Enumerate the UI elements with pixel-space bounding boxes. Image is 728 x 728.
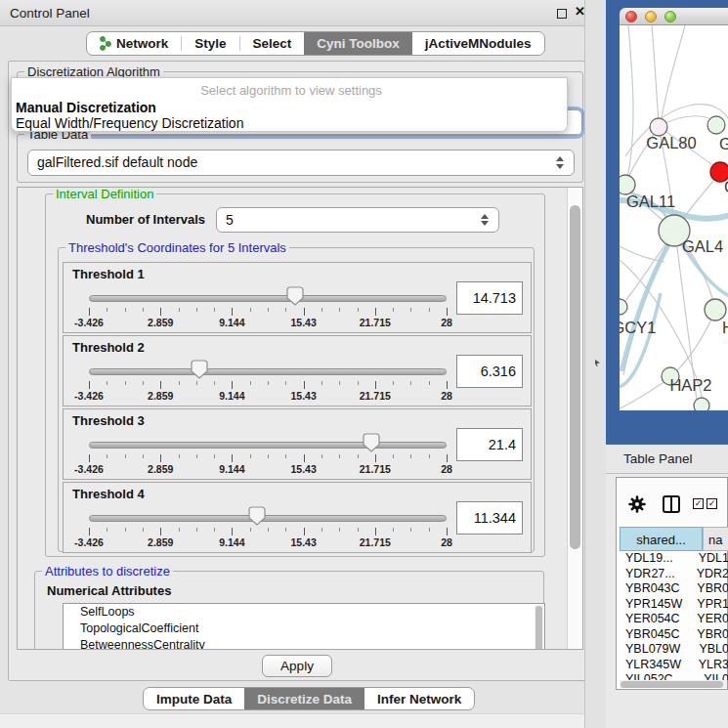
slider-tick bbox=[321, 454, 322, 458]
control-panel-titlebar: Control Panel ✕ bbox=[0, 0, 584, 26]
zoom-traffic-light-icon[interactable] bbox=[664, 11, 676, 22]
network-edge[interactable] bbox=[626, 25, 633, 182]
slider-handle[interactable] bbox=[286, 286, 304, 306]
slider-tick bbox=[268, 381, 269, 385]
slider-tick bbox=[143, 381, 144, 385]
network-node[interactable] bbox=[694, 398, 709, 410]
column-layout-icon[interactable] bbox=[663, 495, 680, 513]
threshold-slider-track[interactable] bbox=[89, 442, 447, 449]
threshold-slider-track[interactable] bbox=[89, 368, 447, 375]
apply-button[interactable]: Apply bbox=[262, 655, 332, 677]
network-edge[interactable] bbox=[652, 25, 659, 124]
checkbox-icon[interactable]: ✓ bbox=[693, 498, 704, 509]
attributes-scrollbar[interactable] bbox=[535, 605, 543, 650]
threshold-panel: Threshold 1-3.4262.8599.14415.4321.71528… bbox=[63, 262, 532, 333]
threshold-panel: Threshold 4-3.4262.8599.14415.4321.71528… bbox=[63, 482, 532, 553]
table-row[interactable]: YER054CYER0 bbox=[620, 612, 728, 627]
table-row[interactable]: YLR345WYLR3 bbox=[620, 658, 728, 673]
tab-network[interactable]: Network bbox=[87, 32, 181, 55]
column-header-shared-[interactable]: shared... bbox=[620, 527, 703, 551]
table-data-combobox[interactable]: galFiltered.sif default node bbox=[27, 150, 575, 176]
tab-discretize-data[interactable]: Discretize Data bbox=[244, 688, 364, 709]
table-cell: YBL079W bbox=[620, 642, 693, 658]
tab-infer-network[interactable]: Infer Network bbox=[364, 688, 474, 709]
network-edge[interactable] bbox=[620, 246, 664, 262]
column-header-na[interactable]: na bbox=[703, 527, 728, 551]
slider-tick bbox=[232, 528, 233, 535]
threshold-label: Threshold 4 bbox=[72, 487, 145, 501]
slider-tick bbox=[304, 381, 305, 389]
slider-tick bbox=[196, 381, 197, 385]
table-hscrollbar-thumb[interactable] bbox=[621, 681, 723, 688]
threshold-value-field[interactable]: 6.316 bbox=[456, 355, 523, 388]
table-toolbar: ✓ ✓ bbox=[617, 478, 727, 524]
attributes-items: SelfLoopsTopologicalCoefficientBetweenne… bbox=[64, 604, 544, 650]
attributes-scrollbar-thumb[interactable] bbox=[535, 606, 542, 650]
settings-scrollbar-thumb[interactable] bbox=[570, 205, 580, 549]
table-cell: YPR145W bbox=[620, 597, 691, 613]
slider-tick bbox=[125, 454, 126, 458]
checkbox-icon[interactable]: ✓ bbox=[707, 498, 717, 509]
slider-handle[interactable] bbox=[248, 506, 266, 526]
table-hscrollbar[interactable] bbox=[620, 680, 727, 688]
attribute-list-item[interactable]: SelfLoops bbox=[64, 604, 544, 621]
dropdown-option[interactable]: Manual Discretization bbox=[16, 100, 567, 115]
table-row[interactable]: YBR043CYBR0 bbox=[620, 581, 728, 597]
network-window-titlebar[interactable] bbox=[620, 8, 728, 25]
tab-label: Discretize Data bbox=[257, 692, 352, 707]
slider-tick bbox=[447, 381, 448, 389]
network-edge[interactable] bbox=[661, 25, 685, 124]
threshold-value-field[interactable]: 21.4 bbox=[456, 428, 523, 461]
table-cell: YDR2 bbox=[691, 567, 728, 582]
threshold-slider-track[interactable] bbox=[89, 515, 447, 522]
table-cell: YPR1 bbox=[691, 597, 728, 613]
slider-handle[interactable] bbox=[191, 360, 208, 379]
network-canvas[interactable]: GAL80GACGAL11GAL4GCY1HHAP2 bbox=[620, 25, 728, 410]
tab-label: Infer Network bbox=[377, 692, 461, 707]
tab-jactivemnodules[interactable]: jActiveMNodules bbox=[412, 32, 544, 55]
table-cell: YDL19... bbox=[620, 551, 693, 567]
threshold-value-field[interactable]: 14.713 bbox=[456, 281, 523, 315]
slider-tick bbox=[232, 308, 233, 316]
slider-tick bbox=[321, 308, 322, 312]
network-node-h[interactable] bbox=[705, 299, 726, 321]
threshold-label: Threshold 1 bbox=[72, 267, 145, 281]
slider-handle[interactable] bbox=[363, 433, 380, 452]
tab-cyni-toolbox[interactable]: Cyni Toolbox bbox=[304, 32, 412, 55]
threshold-slider-track[interactable] bbox=[89, 295, 447, 302]
settings-scrollbar[interactable] bbox=[567, 188, 582, 650]
slider-tick-label: -3.426 bbox=[74, 463, 104, 475]
number-of-intervals-spinner[interactable]: 5 bbox=[216, 207, 499, 233]
tab-select[interactable]: Select bbox=[240, 32, 305, 55]
attribute-list-item[interactable]: BetweennessCentrality bbox=[64, 637, 544, 650]
slider-tick bbox=[107, 454, 107, 458]
attribute-list-item[interactable]: TopologicalCoefficient bbox=[64, 621, 544, 637]
threshold-value-field[interactable]: 11.344 bbox=[456, 501, 523, 535]
slider-tick bbox=[393, 454, 394, 458]
settings-scroll-panel: Interval Definition Number of Intervals … bbox=[17, 187, 583, 650]
table-row[interactable]: YDL19...YDL1 bbox=[620, 551, 728, 567]
attributes-listbox[interactable]: SelfLoopsTopologicalCoefficientBetweenne… bbox=[63, 603, 545, 650]
table-row[interactable]: YBR045CYBR0 bbox=[620, 627, 728, 643]
gear-icon[interactable] bbox=[628, 495, 646, 513]
slider-tick bbox=[321, 381, 322, 385]
network-node-ga[interactable] bbox=[707, 116, 725, 134]
table-cell: YBR0 bbox=[691, 627, 728, 643]
slider-tick bbox=[268, 454, 269, 458]
close-traffic-light-icon[interactable] bbox=[625, 11, 637, 22]
network-node-gcy1[interactable] bbox=[620, 299, 627, 315]
slider-tick bbox=[125, 308, 126, 312]
dropdown-option[interactable]: Equal Width/Frequency Discretization bbox=[16, 115, 567, 131]
network-node-label: GAL11 bbox=[626, 193, 675, 210]
table-row[interactable]: YPR145WYPR1 bbox=[620, 597, 728, 613]
network-node-gal11[interactable] bbox=[620, 175, 635, 194]
table-row[interactable]: YDR27...YDR2 bbox=[620, 567, 728, 582]
minimize-traffic-light-icon[interactable] bbox=[645, 11, 657, 22]
network-edge-thick[interactable] bbox=[621, 236, 673, 371]
tab-impute-data[interactable]: Impute Data bbox=[144, 688, 244, 709]
float-window-icon[interactable] bbox=[557, 9, 567, 19]
slider-tick bbox=[143, 454, 144, 458]
table-row[interactable]: YIL052CYIL0 bbox=[620, 672, 728, 680]
tab-style[interactable]: Style bbox=[182, 32, 238, 55]
table-row[interactable]: YBL079WYBL0 bbox=[620, 642, 728, 658]
